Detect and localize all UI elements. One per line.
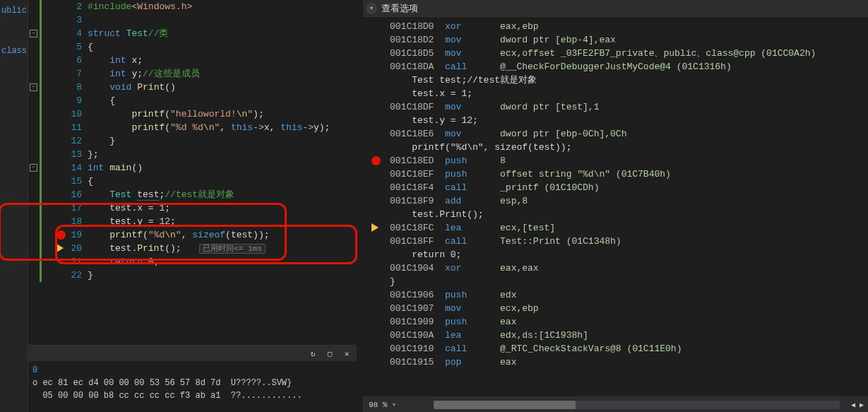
code-editor-pane: −−− 2345678910111213141516171819202122 #… xyxy=(28,0,363,412)
zoom-controls[interactable]: ◀ ▶ xyxy=(851,401,864,409)
zoom-level[interactable]: 98 % xyxy=(369,401,387,409)
disasm-line[interactable]: 001C1904 xor eax,eax xyxy=(369,261,868,275)
file-sidebar: ublic、 class xyxy=(0,0,28,412)
chevron-down-icon[interactable]: ▾ xyxy=(366,3,377,14)
code-line[interactable]: }; xyxy=(88,148,363,161)
disasm-line[interactable]: 001C18DF mov dword ptr [test],1 xyxy=(369,100,868,114)
view-options-label[interactable]: 查看选项 xyxy=(381,2,418,15)
code-line[interactable] xyxy=(88,13,363,27)
code-line[interactable]: printf("%d\n", sizeof(test)); xyxy=(88,228,363,242)
disassembly-pane: ▾ 查看选项 001C18D0 xor eax,ebp001C18D2 mov … xyxy=(363,0,868,412)
disasm-line[interactable]: test.Print(); xyxy=(369,208,868,221)
disasm-line[interactable]: 001C1909 push eax xyxy=(369,315,868,329)
breakpoint-icon[interactable] xyxy=(371,156,381,165)
disasm-line[interactable]: test.x = 1; xyxy=(369,87,868,100)
maximize-icon[interactable]: ▢ xyxy=(323,348,337,359)
disasm-line[interactable]: 001C18FF call Test::Print (01C1348h) xyxy=(369,235,868,248)
current-line-arrow-icon xyxy=(57,244,64,252)
line-number: 18 xyxy=(49,215,82,228)
hex-row: 05 00 00 00 b8 cc cc cc cc f3 ab a1 ??..… xyxy=(32,389,352,402)
line-number: 12 xyxy=(49,134,82,148)
memory-panel: ↻ ▢ ✕ 0 o ec 81 ec d4 00 00 00 53 56 57 … xyxy=(28,345,357,412)
line-number: 21 xyxy=(49,255,82,269)
disasm-line[interactable]: 001C18D0 xor eax,ebp xyxy=(369,20,868,33)
line-number: 20 xyxy=(49,242,82,255)
code-line[interactable]: struct Test//类 xyxy=(88,27,363,40)
hex-row: o ec 81 ec d4 00 00 00 53 56 57 8d 7d U?… xyxy=(32,377,352,389)
line-number: 6 xyxy=(49,54,82,67)
disasm-line[interactable]: 001C18D2 mov dword ptr [ebp-4],eax xyxy=(369,33,868,47)
code-line[interactable]: } xyxy=(88,134,363,148)
disasm-line[interactable]: 001C1906 push edx xyxy=(369,288,868,302)
line-number: 16 xyxy=(49,188,82,201)
status-bar: 98 % ▾ ◀ ▶ xyxy=(363,396,868,412)
sidebar-text-1: ublic、 xyxy=(0,3,28,18)
disasm-line[interactable]: test.y = 12; xyxy=(369,114,868,127)
disasm-line[interactable]: 001C1915 pop eax xyxy=(369,355,868,369)
code-line[interactable]: test.x = 1; xyxy=(88,201,363,215)
line-number: 8 xyxy=(49,81,82,94)
fold-icon[interactable]: − xyxy=(30,164,37,172)
line-number: 2 xyxy=(49,0,82,13)
breakpoint-icon[interactable] xyxy=(57,230,66,240)
code-line[interactable]: int y;//这些是成员 xyxy=(88,67,363,81)
disasm-line[interactable]: Test test;//test就是对象 xyxy=(369,73,868,87)
code-line[interactable]: } xyxy=(88,269,363,282)
code-line[interactable]: { xyxy=(88,94,363,107)
line-number: 13 xyxy=(49,148,82,161)
disasm-line[interactable]: 001C1910 call @_RTC_CheckStackVars@8 (01… xyxy=(369,342,868,355)
line-number: 5 xyxy=(49,40,82,54)
line-number: 7 xyxy=(49,67,82,81)
sidebar-text-2: class xyxy=(0,45,28,57)
code-editor[interactable]: #include<Windows.h>struct Test//类{ int x… xyxy=(85,0,363,346)
hex-address: 0 xyxy=(32,365,37,375)
disasm-line[interactable]: 001C18F4 call _printf (01C10CDh) xyxy=(369,181,868,194)
fold-icon[interactable]: − xyxy=(30,83,37,91)
disasm-line[interactable]: 001C18F9 add esp,8 xyxy=(369,194,868,208)
code-line[interactable]: printf("helloworld!\n"); xyxy=(88,107,363,121)
code-line[interactable]: #include<Windows.h> xyxy=(88,0,363,13)
code-line[interactable]: void Print() xyxy=(88,81,363,94)
line-number: 15 xyxy=(49,175,82,188)
h-scrollbar[interactable] xyxy=(434,401,840,409)
code-line[interactable]: test.y = 12; xyxy=(88,215,363,228)
line-number: 3 xyxy=(49,13,82,27)
line-number: 11 xyxy=(49,121,82,134)
disasm-line[interactable]: return 0; xyxy=(369,248,868,261)
code-line[interactable]: int x; xyxy=(88,54,363,67)
line-number: 14 xyxy=(49,161,82,175)
line-number: 4 xyxy=(49,27,82,40)
code-line[interactable]: { xyxy=(88,40,363,54)
disasm-line[interactable]: 001C18DA call @__CheckForDebuggerJustMyC… xyxy=(369,60,868,73)
code-line[interactable]: { xyxy=(88,175,363,188)
line-number: 19 xyxy=(49,228,82,242)
disassembly-view[interactable]: 001C18D0 xor eax,ebp001C18D2 mov dword p… xyxy=(363,17,868,396)
code-line[interactable]: return 0; xyxy=(88,255,363,269)
disasm-line[interactable]: } xyxy=(369,275,868,288)
code-line[interactable]: test.Print(); 已用时间<= 1ms xyxy=(88,242,363,255)
code-line[interactable]: Test test;//test就是对象 xyxy=(88,188,363,201)
disasm-line[interactable]: 001C18D5 mov ecx,offset _03FE2FB7_privat… xyxy=(369,47,868,60)
disasm-line[interactable]: printf("%d\n", sizeof(test)); xyxy=(369,141,868,154)
line-number: 9 xyxy=(49,94,82,107)
disasm-line[interactable]: 001C1907 mov ecx,ebp xyxy=(369,302,868,315)
line-number: 10 xyxy=(49,107,82,121)
disasm-line[interactable]: 001C18EF push offset string "%d\n" (01C7… xyxy=(369,167,868,181)
close-icon[interactable]: ✕ xyxy=(340,348,354,359)
code-line[interactable]: printf("%d %d\n", this->x, this->y); xyxy=(88,121,363,134)
disasm-line[interactable]: 001C18E6 mov dword ptr [ebp-0Ch],0Ch xyxy=(369,127,868,141)
fold-icon[interactable]: − xyxy=(30,30,37,37)
disasm-line[interactable]: 001C18ED push 8 xyxy=(369,154,868,167)
current-line-arrow-icon xyxy=(371,223,379,232)
disasm-line[interactable]: 001C18FC lea ecx,[test] xyxy=(369,221,868,235)
refresh-icon[interactable]: ↻ xyxy=(306,348,320,359)
disasm-line[interactable]: 001C190A lea edx,ds:[1C1938h] xyxy=(369,329,868,342)
line-number: 22 xyxy=(49,269,82,282)
line-number: 17 xyxy=(49,201,82,215)
code-line[interactable]: int main() xyxy=(88,161,363,175)
